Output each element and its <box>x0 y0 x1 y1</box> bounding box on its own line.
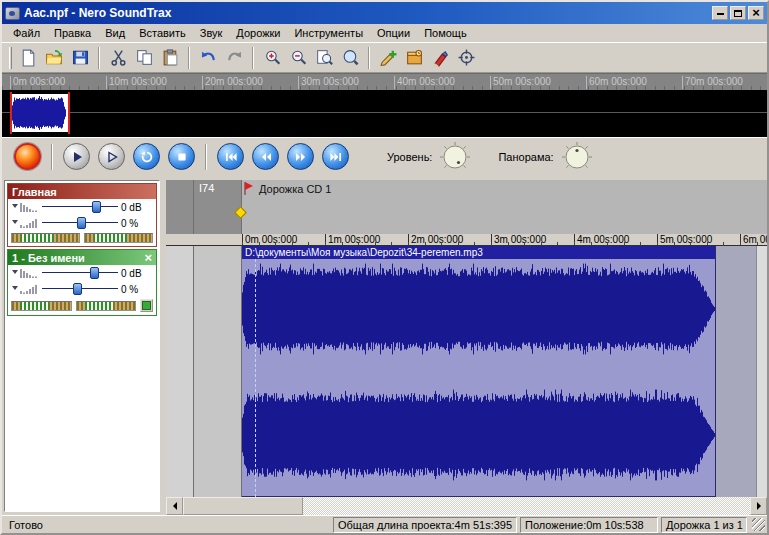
go-start-button[interactable] <box>217 143 244 170</box>
zoom-out-icon[interactable] <box>285 45 311 70</box>
ruler-label: 2m 00s:000 <box>408 234 463 245</box>
play-selection-button[interactable] <box>98 143 125 170</box>
menu-item[interactable]: Файл <box>6 25 47 41</box>
master-meters <box>8 231 156 246</box>
menu-item[interactable]: Звук <box>193 25 230 41</box>
redo-icon[interactable] <box>221 45 247 70</box>
overview-waveform-image <box>12 94 68 132</box>
ruler-label: 50m 00s:000 <box>490 76 551 89</box>
menu-item[interactable]: Помощь <box>417 25 474 41</box>
scroll-right-button[interactable] <box>750 497 767 515</box>
audio-clip[interactable]: D:\документы\Моя музыка\Depozit\34-perem… <box>242 246 716 497</box>
minimize-button[interactable] <box>712 6 728 20</box>
master-volume-row: 0 dB <box>8 199 156 215</box>
crosshair-icon[interactable] <box>453 45 479 70</box>
transport-separator <box>205 144 207 170</box>
master-volume-handle[interactable] <box>92 201 101 213</box>
ruler-label: 5m 00s:000 <box>657 234 712 245</box>
track-flag-icon[interactable] <box>244 182 254 195</box>
play-button[interactable] <box>63 143 90 170</box>
rewind-button[interactable] <box>252 143 279 170</box>
project-overview[interactable] <box>2 90 767 137</box>
menu-item[interactable]: Дорожки <box>229 25 287 41</box>
app-window: Aac.npf - Nero SoundTrax × ФайлПравкаВид… <box>0 0 769 535</box>
pan-knob[interactable] <box>560 140 594 174</box>
scroll-left-button[interactable] <box>166 497 183 515</box>
level-label: Уровень: <box>387 151 432 163</box>
ruler-label: 4m 00s:000 <box>574 234 629 245</box>
menu-item[interactable]: Опции <box>370 25 417 41</box>
marker-pen-icon[interactable] <box>427 45 453 70</box>
window-title: Aac.npf - Nero SoundTrax <box>24 6 171 20</box>
toolbar-separator <box>98 47 100 69</box>
project-ruler[interactable]: 0m 00s:00010m 00s:00020m 00s:00030m 00s:… <box>2 73 767 90</box>
track1-volume-value: 0 dB <box>121 268 153 279</box>
zoom-in-icon[interactable] <box>259 45 285 70</box>
undo-icon[interactable] <box>195 45 221 70</box>
master-volume-slider[interactable] <box>42 200 118 214</box>
close-button[interactable]: × <box>748 6 764 20</box>
track1-section-header[interactable]: 1 - Без имени × <box>8 250 156 265</box>
minimize-icon <box>717 9 724 15</box>
menu-item[interactable]: Вид <box>98 25 132 41</box>
playback-cursor[interactable] <box>255 259 256 497</box>
track-header-column[interactable] <box>166 180 194 234</box>
maximize-button[interactable] <box>730 6 746 20</box>
vertical-scrollbar[interactable] <box>756 246 767 497</box>
master-section-header[interactable]: Главная <box>8 184 156 199</box>
resize-grip[interactable] <box>752 518 765 531</box>
vu-meter-left <box>11 233 80 243</box>
track1-volume-row: 0 dB <box>8 265 156 281</box>
close-icon: × <box>752 6 760 19</box>
ruler-label: 0m 00s:000 <box>10 76 65 89</box>
track1-pan-handle[interactable] <box>73 283 82 295</box>
title-bar[interactable]: Aac.npf - Nero SoundTrax × <box>2 2 767 24</box>
scrollbar-thumb[interactable] <box>183 497 303 515</box>
overview-waveform[interactable] <box>12 94 68 132</box>
copy-icon[interactable] <box>131 45 157 70</box>
open-icon[interactable] <box>41 45 67 70</box>
track1-enable-button[interactable] <box>140 299 153 312</box>
master-pan-slider[interactable] <box>42 216 118 230</box>
toolbar-separator <box>252 47 254 69</box>
save-icon[interactable] <box>67 45 93 70</box>
stop-button[interactable] <box>168 143 195 170</box>
arrow-left-icon <box>169 502 177 510</box>
menu-item[interactable]: Инструменты <box>287 25 370 41</box>
new-icon[interactable] <box>15 45 41 70</box>
track1-volume-handle[interactable] <box>90 267 99 279</box>
zoom-all-icon[interactable] <box>337 45 363 70</box>
toolbar-separator <box>188 47 190 69</box>
menu-item[interactable]: Правка <box>47 25 98 41</box>
ruler-label: 60m 00s:000 <box>586 76 647 89</box>
fast-forward-button[interactable] <box>287 143 314 170</box>
selection-start-marker[interactable] <box>10 92 12 134</box>
loop-button[interactable] <box>133 143 160 170</box>
selection-end-marker[interactable] <box>68 92 70 134</box>
master-pan-handle[interactable] <box>77 217 86 229</box>
record-button[interactable] <box>14 143 41 170</box>
timeline-ruler[interactable]: 0m 00s:0001m 00s:0002m 00s:0003m 00s:000… <box>166 234 767 246</box>
go-end-button[interactable] <box>322 143 349 170</box>
track-title[interactable]: Дорожка CD 1 <box>259 183 331 195</box>
zoom-selection-icon[interactable] <box>311 45 337 70</box>
clip-file-path: D:\документы\Моя музыка\Depozit\34-perem… <box>242 246 715 259</box>
insert-track-icon[interactable] <box>375 45 401 70</box>
status-bar: Готово Общая длина проекта:4m 51s:395 По… <box>2 515 767 533</box>
track1-pan-slider[interactable] <box>42 282 118 296</box>
menu-item[interactable]: Вставить <box>132 25 193 41</box>
master-section: Главная 0 dB 0 % <box>7 183 157 247</box>
paste-icon[interactable] <box>157 45 183 70</box>
level-knob[interactable] <box>438 140 472 174</box>
toolbar-grip[interactable] <box>9 47 12 69</box>
pan-label: Панорама: <box>498 151 553 163</box>
track1-volume-slider[interactable] <box>42 266 118 280</box>
track1-close-icon[interactable]: × <box>144 251 152 264</box>
package-icon[interactable] <box>401 45 427 70</box>
pan-fade-icon <box>11 283 39 295</box>
horizontal-scrollbar[interactable] <box>166 497 767 515</box>
cut-icon[interactable] <box>105 45 131 70</box>
toolbar-separator <box>368 47 370 69</box>
arrow-right-icon <box>757 502 765 510</box>
ruler-label: 0m 00s:000 <box>242 234 297 245</box>
